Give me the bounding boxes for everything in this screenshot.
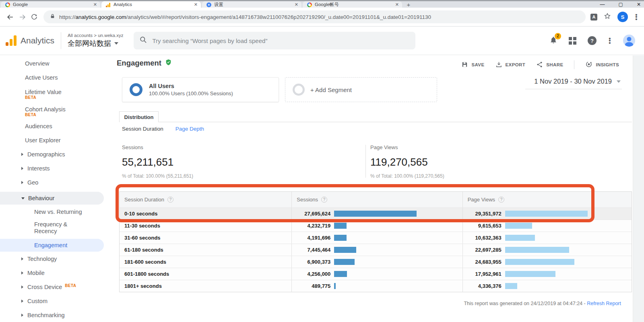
- sidebar-item-frequency-recency[interactable]: Frequency & Recency: [0, 221, 114, 236]
- sidebar-item-benchmarking[interactable]: Benchmarking: [0, 310, 114, 320]
- sidebar-item-user-explorer[interactable]: User Explorer: [0, 135, 114, 145]
- user-avatar[interactable]: [623, 35, 635, 47]
- sidebar-item-cohort-analysis[interactable]: Cohort AnalysisBETA: [0, 104, 114, 119]
- chevron-down-icon: [114, 42, 118, 45]
- column-header-sessions[interactable]: Sessions?: [291, 192, 462, 207]
- browser-tab[interactable]: Google帐号✕: [303, 1, 402, 8]
- sidebar-item-label: Cross Device: [27, 284, 62, 290]
- sidebar-item-label: Geo: [27, 179, 38, 186]
- cell-sessions: 4,232,719: [291, 220, 462, 232]
- metric-label: Page Views: [370, 144, 444, 150]
- cell-page-views: 4,336,376: [462, 280, 632, 292]
- tab-title: Google帐号: [315, 2, 392, 8]
- help-circle-icon[interactable]: ?: [321, 197, 327, 203]
- sidebar-item-label: Cohort Analysis: [25, 106, 66, 113]
- metric-percent: % of Total: 100.00% (119,270,565): [370, 173, 444, 179]
- segment-all-users[interactable]: All Users 100.00% Users (100.00% Session…: [122, 77, 279, 102]
- cell-page-views: 29,351,972: [462, 208, 632, 219]
- table-header-row: Session Duration?Sessions?Page Views?: [120, 192, 632, 207]
- action-label: SHARE: [546, 62, 563, 67]
- browser-profile-avatar[interactable]: S: [617, 12, 628, 22]
- sidebar-item-custom[interactable]: Custom: [0, 296, 114, 306]
- tab-close-icon[interactable]: ✕: [395, 2, 399, 7]
- generated-text: This report was generated on 24/12/2019 …: [464, 301, 587, 306]
- browser-tab[interactable]: Google✕: [1, 1, 100, 8]
- cell-page-views: 17,952,961: [462, 268, 632, 280]
- page-scrollbar-track[interactable]: [633, 55, 644, 322]
- sidebar-item-new-vs-returning[interactable]: New vs. Returning: [0, 207, 114, 217]
- tab-distribution[interactable]: Distribution: [119, 111, 159, 122]
- metric-value: 55,211,651: [122, 156, 193, 168]
- tab-close-icon[interactable]: ✕: [93, 2, 97, 7]
- sidebar-item-technology[interactable]: Technology: [0, 254, 114, 264]
- new-tab-button[interactable]: +: [403, 1, 414, 8]
- subtab-session-duration[interactable]: Session Duration: [122, 126, 163, 132]
- back-icon[interactable]: [4, 13, 16, 21]
- column-header-page-views[interactable]: Page Views?: [462, 192, 632, 207]
- add-segment-label: + Add Segment: [310, 86, 352, 93]
- save-button[interactable]: SAVE: [461, 61, 484, 69]
- header-divider: [61, 32, 61, 49]
- refresh-icon[interactable]: [28, 13, 40, 21]
- bookmark-star-icon[interactable]: [604, 12, 611, 21]
- search-placeholder: Try searching “Worst pages by load speed…: [152, 37, 267, 44]
- cell-page-views: 10,632,363: [462, 232, 632, 244]
- chevron-right-icon: [21, 314, 23, 317]
- sidebar-item-active-users[interactable]: Active Users: [0, 73, 114, 82]
- browser-tab[interactable]: Analytics✕: [101, 1, 201, 8]
- tab-title: Analytics: [114, 2, 191, 7]
- sidebar-item-label: User Explorer: [25, 137, 61, 144]
- close-button[interactable]: ✕: [637, 2, 641, 7]
- notification-badge: 2: [555, 33, 561, 39]
- sidebar-item-cross-device[interactable]: Cross DeviceBETA: [0, 282, 114, 292]
- sidebar-item-behaviour[interactable]: Behaviour: [0, 192, 104, 205]
- segment-subtitle: 100.00% Users (100.00% Sessions): [149, 90, 233, 96]
- share-button[interactable]: SHARE: [536, 61, 563, 69]
- header-menu-icon[interactable]: •••: [608, 37, 612, 44]
- sidebar-item-label: Engagement: [34, 242, 67, 248]
- tab-close-icon[interactable]: ✕: [194, 2, 198, 7]
- add-segment-button[interactable]: + Add Segment: [285, 77, 437, 102]
- help-icon[interactable]: ?: [588, 36, 597, 45]
- sidebar-item-lifetime-value[interactable]: Lifetime ValueBETA: [0, 87, 114, 101]
- insights-button[interactable]: INSIGHTS: [585, 61, 619, 69]
- product-name: Analytics: [21, 36, 54, 45]
- refresh-report-link[interactable]: Refresh Report: [587, 301, 621, 306]
- sidebar-item-label: Behaviour: [28, 195, 54, 201]
- sidebar-item-audiences[interactable]: Audiences: [0, 121, 114, 131]
- forward-icon[interactable]: [16, 13, 28, 21]
- account-picker[interactable]: All accounts > un.weka.xyz 全部网站数据: [68, 33, 123, 48]
- browser-menu-icon[interactable]: •••: [634, 14, 638, 20]
- address-bar-actions: A S •••: [590, 12, 638, 22]
- export-icon: [495, 61, 502, 69]
- help-circle-icon[interactable]: ?: [498, 197, 504, 203]
- date-range-picker[interactable]: 1 Nov 2019 - 30 Nov 2019: [534, 78, 621, 85]
- notifications-bell-icon[interactable]: 2: [549, 36, 557, 46]
- url-bar[interactable]: https://analytics.google.com/analytics/w…: [43, 10, 586, 23]
- sidebar-item-interests[interactable]: Interests: [0, 164, 114, 173]
- maximize-button[interactable]: ▢: [619, 2, 623, 7]
- sidebar-item-mobile[interactable]: Mobile: [0, 268, 114, 278]
- url-text: https://analytics.google.com/analytics/w…: [59, 14, 431, 20]
- add-segment-circle-icon: [293, 84, 305, 96]
- apps-grid-icon[interactable]: [569, 37, 576, 45]
- gear-favicon: [206, 2, 211, 7]
- tab-close-icon[interactable]: ✕: [295, 2, 298, 7]
- browser-tab[interactable]: 设置✕: [202, 1, 301, 8]
- cell-sessions: 4,191,696: [291, 232, 462, 244]
- help-circle-icon[interactable]: ?: [167, 197, 173, 203]
- translate-icon[interactable]: A: [590, 14, 597, 21]
- minimize-button[interactable]: —: [600, 2, 605, 7]
- sidebar-item-overview[interactable]: Overview: [0, 59, 114, 68]
- search-input[interactable]: Try searching “Worst pages by load speed…: [134, 32, 415, 49]
- sidebar-item-engagement[interactable]: Engagement: [0, 239, 104, 252]
- subtabs: Session Duration Page Depth: [122, 126, 204, 132]
- column-header-session-duration[interactable]: Session Duration?: [120, 192, 291, 207]
- engagement-table: Session Duration?Sessions?Page Views?0-1…: [119, 191, 632, 292]
- subtab-page-depth[interactable]: Page Depth: [175, 126, 204, 132]
- save-icon: [461, 61, 468, 69]
- export-button[interactable]: EXPORT: [495, 61, 526, 69]
- sidebar-item-geo[interactable]: Geo: [0, 178, 114, 187]
- tab-divider-line: [119, 122, 632, 122]
- sidebar-item-demographics[interactable]: Demographics: [0, 150, 114, 159]
